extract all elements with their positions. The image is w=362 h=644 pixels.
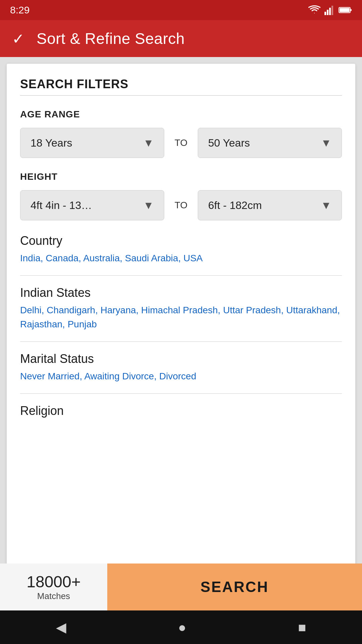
country-section: Country India, Canada, Australia, Saudi … [20, 234, 342, 276]
age-to-dropdown[interactable]: 50 Years ▼ [198, 128, 342, 158]
svg-rect-2 [329, 8, 331, 15]
height-from-dropdown[interactable]: 4ft 4in - 13… ▼ [20, 190, 164, 220]
svg-rect-5 [340, 8, 350, 12]
height-to-arrow: ▼ [321, 199, 331, 212]
age-from-dropdown[interactable]: 18 Years ▼ [20, 128, 164, 158]
nav-bar: ◀ ● ■ [0, 610, 362, 644]
marital-status-value: Never Married, Awaiting Divorce, Divorce… [20, 369, 342, 383]
battery-icon [339, 6, 352, 14]
home-nav-icon[interactable]: ● [178, 620, 186, 635]
age-range-row: 18 Years ▼ TO 50 Years ▼ [20, 128, 342, 158]
religion-label: Religion [20, 404, 342, 418]
header: ✓ Sort & Refine Search [0, 20, 362, 57]
status-icons [308, 5, 352, 15]
height-from-arrow: ▼ [143, 199, 154, 212]
svg-rect-3 [331, 6, 333, 15]
height-section: HEIGHT 4ft 4in - 13… ▼ TO 6ft - 182cm ▼ [20, 171, 342, 220]
marital-status-label: Marital Status [20, 352, 342, 366]
age-to-value: 50 Years [208, 137, 250, 149]
height-from-value: 4ft 4in - 13… [31, 199, 92, 212]
age-from-value: 18 Years [31, 137, 72, 149]
religion-section: Religion [20, 404, 342, 418]
svg-rect-0 [324, 12, 326, 15]
height-to-dropdown[interactable]: 6ft - 182cm ▼ [198, 190, 342, 220]
main-content: SEARCH FILTERS AGE RANGE 18 Years ▼ TO 5… [7, 64, 355, 597]
back-nav-icon[interactable]: ◀ [56, 620, 66, 635]
country-divider [20, 275, 342, 276]
wifi-icon [308, 5, 320, 15]
age-to-label: TO [171, 138, 191, 148]
matches-label: Matches [37, 591, 70, 601]
age-range-section: AGE RANGE 18 Years ▼ TO 50 Years ▼ [20, 109, 342, 158]
search-button-label: SEARCH [200, 579, 269, 595]
age-to-arrow: ▼ [321, 137, 331, 149]
signal-icon [324, 5, 335, 15]
section-divider [20, 95, 342, 96]
age-from-arrow: ▼ [143, 137, 154, 149]
height-row: 4ft 4in - 13… ▼ TO 6ft - 182cm ▼ [20, 190, 342, 220]
country-label: Country [20, 234, 342, 248]
svg-rect-1 [327, 10, 328, 15]
recent-nav-icon[interactable]: ■ [298, 620, 306, 635]
header-title: Sort & Refine Search [37, 30, 185, 48]
height-label: HEIGHT [20, 171, 342, 182]
search-button[interactable]: SEARCH [107, 564, 362, 610]
country-value: India, Canada, Australia, Saudi Arabia, … [20, 251, 342, 265]
indian-states-section: Indian States Delhi, Chandigarh, Haryana… [20, 286, 342, 342]
age-range-label: AGE RANGE [20, 109, 342, 120]
svg-rect-6 [350, 9, 352, 11]
search-filters-title: SEARCH FILTERS [20, 77, 342, 91]
check-icon[interactable]: ✓ [12, 30, 24, 47]
time: 8:29 [10, 4, 29, 16]
matches-count: 18000+ [26, 573, 81, 591]
indian-states-value: Delhi, Chandigarh, Haryana, Himachal Pra… [20, 303, 342, 331]
marital-status-divider [20, 393, 342, 394]
bottom-bar: 18000+ Matches SEARCH [0, 564, 362, 610]
height-to-label: TO [171, 200, 191, 211]
marital-status-section: Marital Status Never Married, Awaiting D… [20, 352, 342, 394]
matches-section: 18000+ Matches [0, 564, 107, 610]
indian-states-label: Indian States [20, 286, 342, 300]
height-to-value: 6ft - 182cm [208, 199, 262, 212]
status-bar: 8:29 [0, 0, 362, 20]
indian-states-divider [20, 341, 342, 342]
